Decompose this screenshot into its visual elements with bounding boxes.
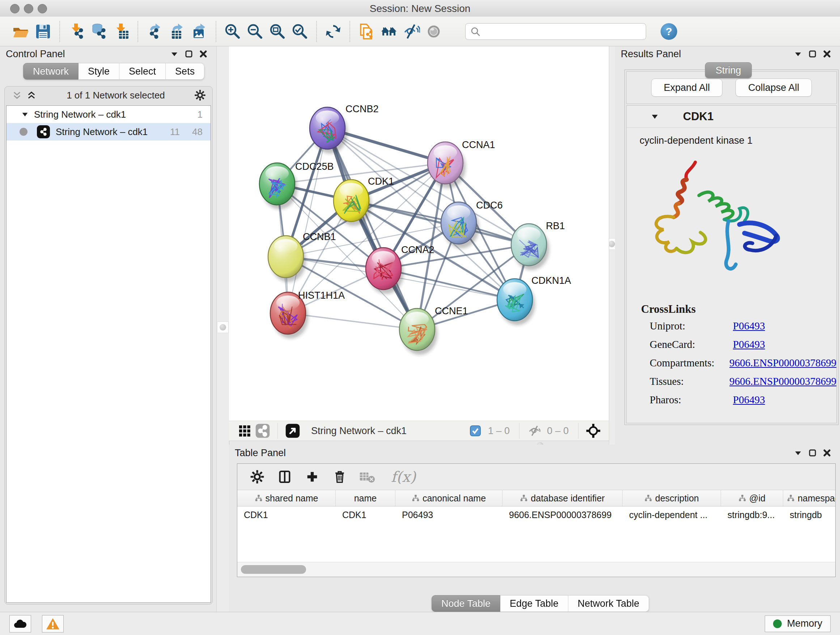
column-header-namespace[interactable]: namespace bbox=[783, 490, 836, 506]
column-header-name[interactable]: name bbox=[336, 490, 395, 506]
table-cell[interactable]: cyclin-dependent ... bbox=[622, 507, 721, 523]
table-cell[interactable]: stringdb:9... bbox=[721, 507, 783, 523]
node-CCNB1[interactable]: CCNB1 bbox=[268, 231, 336, 282]
left-splitter[interactable] bbox=[216, 46, 229, 612]
export-table-icon[interactable] bbox=[166, 20, 188, 43]
tab-network-table[interactable]: Network Table bbox=[568, 595, 649, 612]
zoom-in-icon[interactable] bbox=[221, 20, 244, 43]
warning-button[interactable] bbox=[42, 615, 64, 632]
expand-all-networks-icon[interactable] bbox=[24, 89, 39, 101]
tab-node-table[interactable]: Node Table bbox=[431, 595, 500, 612]
node-CCNE1[interactable]: CCNE1 bbox=[399, 306, 468, 355]
zoom-out-icon[interactable] bbox=[244, 20, 266, 43]
delete-column-trash-icon[interactable] bbox=[328, 467, 351, 487]
left-splitter-handle[interactable] bbox=[217, 321, 229, 333]
float-panel-icon[interactable] bbox=[805, 447, 820, 459]
close-panel-icon[interactable] bbox=[820, 48, 834, 60]
tab-style[interactable]: Style bbox=[79, 63, 119, 80]
table-hscrollbar[interactable] bbox=[237, 562, 835, 577]
column-header-canonical-name[interactable]: canonical name bbox=[395, 490, 502, 506]
table-cell[interactable]: stringdb bbox=[783, 507, 836, 523]
column-header-shared-name[interactable]: shared name bbox=[237, 490, 336, 506]
network-options-gear-icon[interactable] bbox=[193, 89, 207, 101]
table-options-gear-icon[interactable] bbox=[246, 467, 268, 487]
close-panel-icon[interactable] bbox=[820, 447, 834, 459]
network-collection-row[interactable]: String Network – cdk1 1 bbox=[6, 106, 210, 123]
import-network-database-icon[interactable] bbox=[88, 20, 110, 43]
panel-menu-icon[interactable] bbox=[791, 48, 805, 60]
table-cell[interactable]: P06493 bbox=[395, 507, 502, 523]
delete-table-icon bbox=[356, 467, 378, 487]
node-CCNB2[interactable]: CCNB2 bbox=[309, 103, 379, 154]
control-panel: Control Panel NetworkStyleSelectSets 1 o… bbox=[0, 46, 216, 612]
column-header-database-identifier[interactable]: database identifier bbox=[502, 490, 622, 506]
crosslink-link[interactable]: P06493 bbox=[733, 394, 765, 406]
tab-string[interactable]: String bbox=[705, 62, 752, 78]
detach-view-icon[interactable] bbox=[284, 423, 302, 439]
tab-select[interactable]: Select bbox=[119, 63, 166, 80]
open-session-icon[interactable] bbox=[9, 20, 32, 43]
selected-checkbox-icon[interactable] bbox=[466, 423, 485, 439]
refresh-icon[interactable] bbox=[322, 20, 344, 43]
export-network-icon[interactable] bbox=[143, 20, 166, 43]
grid-view-icon[interactable] bbox=[235, 423, 254, 439]
close-panel-icon[interactable] bbox=[196, 48, 210, 60]
table-cell[interactable]: CDK1 bbox=[237, 507, 336, 523]
hide-unhide-icon[interactable] bbox=[400, 20, 423, 43]
float-panel-icon[interactable] bbox=[805, 48, 820, 60]
tab-sets[interactable]: Sets bbox=[166, 63, 204, 80]
cloud-button[interactable] bbox=[9, 615, 31, 632]
column-header-description[interactable]: description bbox=[622, 490, 721, 506]
panel-menu-icon[interactable] bbox=[791, 447, 805, 459]
create-column-plus-icon[interactable] bbox=[301, 467, 324, 487]
network-row-selected[interactable]: String Network – cdk1 11 48 bbox=[6, 123, 210, 141]
node-CDKN1A[interactable]: CDKN1A bbox=[497, 275, 571, 325]
node-CDK1[interactable]: CDK1 bbox=[333, 176, 394, 226]
crosslink-link[interactable]: P06493 bbox=[733, 339, 765, 350]
collapse-all-button[interactable]: Collapse All bbox=[736, 79, 812, 97]
table-cell[interactable]: 9606.ENSP00000378699 bbox=[502, 507, 622, 523]
node-CDC25B[interactable]: CDC25B bbox=[259, 161, 334, 209]
zoom-fit-icon[interactable] bbox=[266, 20, 289, 43]
network-canvas[interactable]: CCNB2CCNA1CDC25BCDK1CDC6RB1CCNB1CCNA2CDK… bbox=[229, 46, 609, 421]
share-view-icon[interactable] bbox=[254, 423, 272, 439]
string-home-icon[interactable] bbox=[378, 20, 400, 43]
collapse-all-networks-icon[interactable] bbox=[10, 89, 24, 101]
table-tabs: Node TableEdge TableNetwork Table bbox=[431, 595, 649, 612]
collection-expander-icon[interactable] bbox=[21, 111, 29, 119]
node-label-CDC25B: CDC25B bbox=[295, 161, 334, 172]
help-button[interactable]: ? bbox=[660, 23, 677, 40]
import-network-file-icon[interactable] bbox=[65, 20, 88, 43]
node-HIST1H1A[interactable]: HIST1H1A bbox=[270, 290, 345, 339]
float-panel-icon[interactable] bbox=[182, 48, 196, 60]
hscrollbar-thumb[interactable] bbox=[241, 565, 306, 574]
panel-menu-icon[interactable] bbox=[167, 48, 182, 60]
tab-network[interactable]: Network bbox=[23, 63, 79, 80]
eye-disabled-icon[interactable] bbox=[423, 20, 445, 43]
node-CCNA1[interactable]: CCNA1 bbox=[428, 139, 495, 188]
show-column-selector-icon[interactable] bbox=[273, 467, 296, 487]
crosslink-link[interactable]: P06493 bbox=[733, 320, 765, 332]
birdseye-crosshair-icon[interactable] bbox=[584, 423, 602, 439]
crosslink-link[interactable]: 9606.ENSP00000378699 bbox=[729, 357, 836, 369]
node-RB1[interactable]: RB1 bbox=[511, 220, 565, 270]
column-header-at-id[interactable]: @id bbox=[721, 490, 783, 506]
crosslink-link[interactable]: 9606.ENSP00000378699 bbox=[729, 375, 836, 387]
tab-edge-table[interactable]: Edge Table bbox=[500, 595, 568, 612]
gene-section-header[interactable]: CDK1 bbox=[627, 106, 836, 128]
gene-expander-icon[interactable] bbox=[651, 112, 659, 121]
zoom-selected-icon[interactable] bbox=[289, 20, 311, 43]
node-label-CCNA2: CCNA2 bbox=[401, 244, 434, 255]
memory-button[interactable]: Memory bbox=[765, 616, 831, 632]
table-row[interactable]: CDK1CDK1P064939606.ENSP00000378699cyclin… bbox=[237, 507, 835, 523]
clone-network-icon[interactable] bbox=[355, 20, 378, 43]
expand-all-button[interactable]: Expand All bbox=[651, 79, 723, 97]
import-table-icon[interactable] bbox=[110, 20, 133, 43]
save-session-icon[interactable] bbox=[32, 20, 54, 43]
status-bar: Memory bbox=[0, 612, 840, 635]
search-box[interactable] bbox=[465, 23, 646, 40]
export-image-icon[interactable] bbox=[188, 20, 210, 43]
table-cell[interactable]: CDK1 bbox=[336, 507, 395, 523]
search-input[interactable] bbox=[481, 25, 646, 37]
network-list: String Network – cdk1 1 String Network –… bbox=[6, 105, 211, 603]
